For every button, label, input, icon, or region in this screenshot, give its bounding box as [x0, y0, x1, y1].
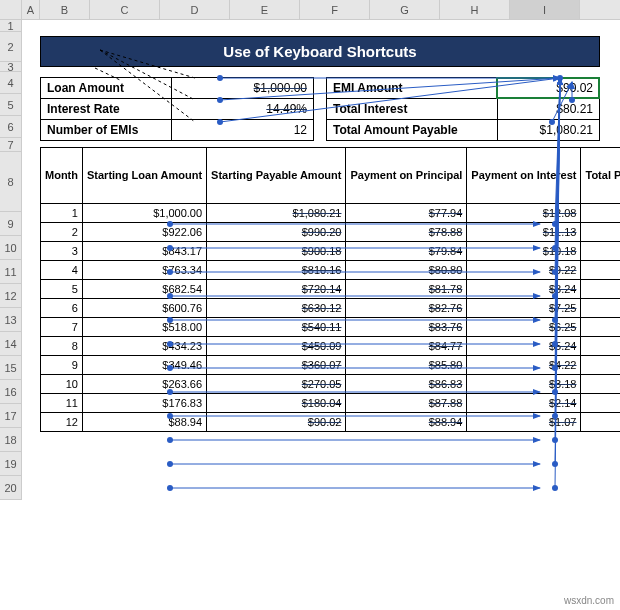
cell-spa[interactable]: $270.05 — [207, 375, 346, 394]
cell-tpe[interactable]: $90.02 — [581, 204, 620, 223]
cell-spa[interactable]: $630.12 — [207, 299, 346, 318]
cell-spa[interactable]: $450.09 — [207, 337, 346, 356]
col-G[interactable]: G — [370, 0, 440, 19]
table-row[interactable]: 10$263.66$270.05$86.83$3.18$90.02$ 176.8… — [41, 375, 621, 394]
cell-pop[interactable]: $78.88 — [346, 223, 467, 242]
cell-sla[interactable]: $88.94 — [82, 413, 206, 432]
cell-poi[interactable]: $3.18 — [467, 375, 581, 394]
cell-sla[interactable]: $763.34 — [82, 261, 206, 280]
cell-tpe[interactable]: $90.02 — [581, 261, 620, 280]
cell-month[interactable]: 11 — [41, 394, 83, 413]
row-20[interactable]: 20 — [0, 476, 22, 500]
row-13[interactable]: 13 — [0, 308, 22, 332]
table-row[interactable]: 6$600.76$630.12$82.76$7.25$90.02$ 518.00… — [41, 299, 621, 318]
loan-amount-value[interactable]: $1,000.00 — [171, 78, 313, 98]
cell-poi[interactable]: $10.18 — [467, 242, 581, 261]
cell-month[interactable]: 1 — [41, 204, 83, 223]
row-5[interactable]: 5 — [0, 94, 22, 116]
row-14[interactable]: 14 — [0, 332, 22, 356]
cell-poi[interactable]: $9.22 — [467, 261, 581, 280]
col-F[interactable]: F — [300, 0, 370, 19]
cell-sla[interactable]: $682.54 — [82, 280, 206, 299]
cell-pop[interactable]: $87.88 — [346, 394, 467, 413]
cell-poi[interactable]: $2.14 — [467, 394, 581, 413]
table-row[interactable]: 3$843.17$900.18$79.84$10.18$90.02$ 763.3… — [41, 242, 621, 261]
row-17[interactable]: 17 — [0, 404, 22, 428]
row-19[interactable]: 19 — [0, 452, 22, 476]
cell-pop[interactable]: $86.83 — [346, 375, 467, 394]
cell-spa[interactable]: $720.14 — [207, 280, 346, 299]
row-9[interactable]: 9 — [0, 212, 22, 236]
col-H[interactable]: H — [440, 0, 510, 19]
cell-month[interactable]: 10 — [41, 375, 83, 394]
cell-poi[interactable]: $5.24 — [467, 337, 581, 356]
col-D[interactable]: D — [160, 0, 230, 19]
cell-sla[interactable]: $843.17 — [82, 242, 206, 261]
cell-spa[interactable]: $1,080.21 — [207, 204, 346, 223]
cell-sla[interactable]: $263.66 — [82, 375, 206, 394]
row-11[interactable]: 11 — [0, 260, 22, 284]
total-interest-value[interactable]: $80.21 — [497, 99, 599, 119]
table-row[interactable]: 11$176.83$180.04$87.88$2.14$90.02$ 88.94… — [41, 394, 621, 413]
row-3[interactable]: 3 — [0, 62, 22, 72]
cell-pop[interactable]: $83.76 — [346, 318, 467, 337]
num-emis-value[interactable]: 12 — [171, 120, 313, 140]
cell-sla[interactable]: $922.06 — [82, 223, 206, 242]
table-row[interactable]: 8$434.23$450.09$84.77$5.24$90.02$ 349.46… — [41, 337, 621, 356]
cell-month[interactable]: 5 — [41, 280, 83, 299]
row-headers[interactable]: 1 2 3 4 5 6 7 8 9 10 11 12 13 14 15 16 1… — [0, 20, 22, 500]
total-payable-value[interactable]: $1,080.21 — [497, 120, 599, 140]
cell-spa[interactable]: $990.20 — [207, 223, 346, 242]
cell-tpe[interactable]: $90.02 — [581, 337, 620, 356]
cell-sla[interactable]: $176.83 — [82, 394, 206, 413]
cell-tpe[interactable]: $90.02 — [581, 223, 620, 242]
cell-pop[interactable]: $79.84 — [346, 242, 467, 261]
cell-month[interactable]: 9 — [41, 356, 83, 375]
table-row[interactable]: 2$922.06$990.20$78.88$11.13$90.02$ 843.1… — [41, 223, 621, 242]
cell-spa[interactable]: $810.16 — [207, 261, 346, 280]
emi-amount-value[interactable]: $90.02 — [497, 78, 599, 98]
cell-sla[interactable]: $434.23 — [82, 337, 206, 356]
cell-pop[interactable]: $85.80 — [346, 356, 467, 375]
col-A[interactable]: A — [22, 0, 40, 19]
cell-poi[interactable]: $1.07 — [467, 413, 581, 432]
row-18[interactable]: 18 — [0, 428, 22, 452]
cell-tpe[interactable]: $90.02 — [581, 356, 620, 375]
cell-poi[interactable]: $4.22 — [467, 356, 581, 375]
cell-tpe[interactable]: $90.02 — [581, 413, 620, 432]
col-E[interactable]: E — [230, 0, 300, 19]
cell-tpe[interactable]: $90.02 — [581, 375, 620, 394]
cell-month[interactable]: 8 — [41, 337, 83, 356]
cell-spa[interactable]: $540.11 — [207, 318, 346, 337]
row-1[interactable]: 1 — [0, 20, 22, 32]
cell-tpe[interactable]: $90.02 — [581, 280, 620, 299]
cell-spa[interactable]: $900.18 — [207, 242, 346, 261]
table-row[interactable]: 4$763.34$810.16$80.80$9.22$90.02$ 682.54… — [41, 261, 621, 280]
cell-pop[interactable]: $84.77 — [346, 337, 467, 356]
row-16[interactable]: 16 — [0, 380, 22, 404]
row-12[interactable]: 12 — [0, 284, 22, 308]
cell-pop[interactable]: $81.78 — [346, 280, 467, 299]
cell-poi[interactable]: $11.13 — [467, 223, 581, 242]
cell-month[interactable]: 6 — [41, 299, 83, 318]
cell-tpe[interactable]: $90.02 — [581, 299, 620, 318]
cell-spa[interactable]: $180.04 — [207, 394, 346, 413]
cell-month[interactable]: 4 — [41, 261, 83, 280]
table-row[interactable]: 1$1,000.00$1,080.21$77.94$12.08$90.02$ 9… — [41, 204, 621, 223]
cell-poi[interactable]: $7.25 — [467, 299, 581, 318]
col-B[interactable]: B — [40, 0, 90, 19]
cell-pop[interactable]: $88.94 — [346, 413, 467, 432]
cell-pop[interactable]: $80.80 — [346, 261, 467, 280]
col-I[interactable]: I — [510, 0, 580, 19]
row-15[interactable]: 15 — [0, 356, 22, 380]
column-headers[interactable]: A B C D E F G H I — [0, 0, 620, 20]
cell-poi[interactable]: $12.08 — [467, 204, 581, 223]
interest-rate-value[interactable]: 14.49% — [171, 99, 313, 119]
table-row[interactable]: 7$518.00$540.11$83.76$6.25$90.02$ 434.23… — [41, 318, 621, 337]
cell-sla[interactable]: $600.76 — [82, 299, 206, 318]
cell-tpe[interactable]: $90.02 — [581, 242, 620, 261]
row-2[interactable]: 2 — [0, 32, 22, 62]
table-row[interactable]: 9$349.46$360.07$85.80$4.22$90.02$ 263.66… — [41, 356, 621, 375]
row-8[interactable]: 8 — [0, 152, 22, 212]
cell-spa[interactable]: $90.02 — [207, 413, 346, 432]
